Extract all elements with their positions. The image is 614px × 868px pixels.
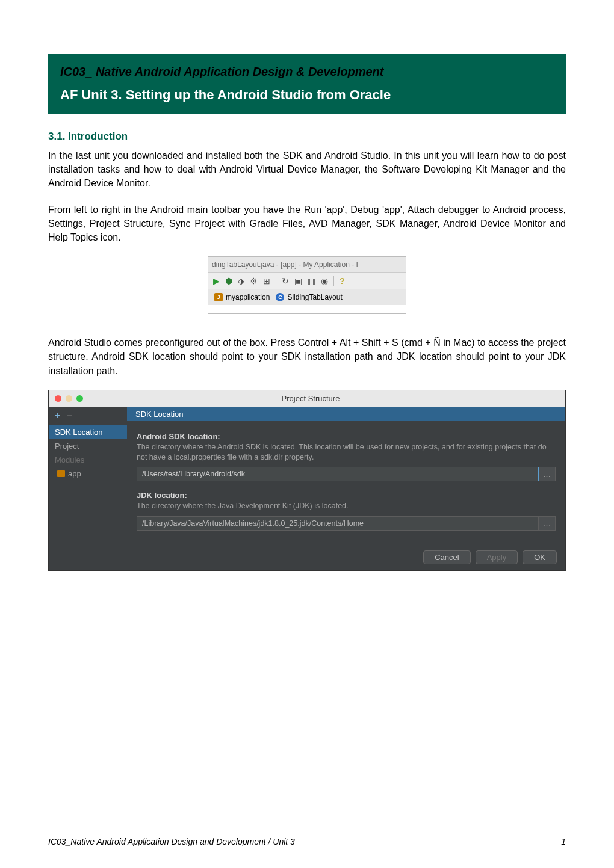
run-icon[interactable]: ▶ <box>213 276 220 286</box>
sidebar: + − SDK Location Project Modules app <box>49 407 127 571</box>
debug-icon[interactable]: ⬢ <box>225 276 232 286</box>
sidebar-toolbar: + − <box>49 407 127 425</box>
apply-button[interactable]: Apply <box>476 550 518 564</box>
sdk-manager-icon[interactable]: ▥ <box>308 276 315 286</box>
tab-label: SlidingTabLayout <box>287 293 342 301</box>
sidebar-item-modules: Modules <box>49 453 127 467</box>
editor-tabs: J myapplication C SlidingTabLayout <box>208 289 406 305</box>
dialog-footer: Cancel Apply OK <box>127 544 565 570</box>
window-traffic-lights <box>49 395 89 402</box>
attach-debugger-icon[interactable]: ⬗ <box>238 276 244 286</box>
paragraph-intro-1: In the last unit you downloaded and inst… <box>48 149 566 191</box>
maximize-window-icon[interactable] <box>76 395 83 402</box>
class-file-icon: C <box>276 293 284 301</box>
sdk-location-description: The directory where the Android SDK is l… <box>137 442 556 463</box>
settings-icon[interactable]: ⚙ <box>250 276 258 286</box>
toolbar-icon-row: ▶ ⬢ ⬗ ⚙ ⊞ ↻ ▣ ▥ ◉ ? <box>208 273 406 289</box>
document-header: IC03_ Native Android Application Design … <box>48 54 566 114</box>
device-monitor-icon[interactable]: ◉ <box>321 276 328 286</box>
sidebar-item-sdk-location[interactable]: SDK Location <box>49 425 127 439</box>
help-icon[interactable]: ? <box>340 276 345 286</box>
toolbar-screenshot: dingTabLayout.java - [app] - My Applicat… <box>48 256 566 314</box>
avd-manager-icon[interactable]: ▣ <box>294 276 302 286</box>
sidebar-item-project[interactable]: Project <box>49 439 127 453</box>
tab-sliding-tab-layout[interactable]: C SlidingTabLayout <box>276 293 342 301</box>
jdk-location-description: The directory where the Java Development… <box>137 501 556 511</box>
tab-myapplication[interactable]: J myapplication <box>214 293 270 301</box>
tab-label: myapplication <box>226 293 270 301</box>
cancel-button[interactable]: Cancel <box>423 550 470 564</box>
add-icon[interactable]: + <box>55 410 60 421</box>
java-file-icon: J <box>214 293 223 301</box>
section-heading: 3.1. Introduction <box>48 131 566 143</box>
sdk-location-input[interactable]: /Users/test/Library/Android/sdk <box>137 467 539 481</box>
dialog-title: Project Structure <box>89 394 565 403</box>
header-subtitle: AF Unit 3. Setting up the Android Studio… <box>60 87 554 103</box>
main-panel: SDK Location Android SDK location: The d… <box>127 407 565 571</box>
paragraph-intro-3: Android Studio comes preconfigured out o… <box>48 336 566 378</box>
close-window-icon[interactable] <box>55 395 61 402</box>
sidebar-item-app[interactable]: app <box>49 467 127 481</box>
project-structure-screenshot: Project Structure + − SDK Location Proje… <box>48 390 566 571</box>
ok-button[interactable]: OK <box>523 550 557 564</box>
browse-button[interactable]: … <box>539 516 556 531</box>
separator <box>333 276 334 286</box>
main-panel-header: SDK Location <box>127 407 565 421</box>
browse-button[interactable]: … <box>539 467 556 481</box>
jdk-location-input[interactable]: /Library/Java/JavaVirtualMachines/jdk1.8… <box>137 516 539 531</box>
sync-gradle-icon[interactable]: ↻ <box>282 276 289 286</box>
remove-icon[interactable]: − <box>66 410 73 422</box>
dialog-titlebar: Project Structure <box>49 390 565 407</box>
minimize-window-icon[interactable] <box>66 395 72 402</box>
project-structure-icon[interactable]: ⊞ <box>263 276 270 286</box>
jdk-location-label: JDK location: <box>137 491 556 500</box>
folder-icon <box>57 470 65 477</box>
sidebar-item-label: app <box>68 469 81 478</box>
toolbar-window-title: dingTabLayout.java - [app] - My Applicat… <box>208 257 406 273</box>
separator <box>276 276 276 286</box>
header-title: IC03_ Native Android Application Design … <box>60 65 554 79</box>
sdk-location-label: Android SDK location: <box>137 432 556 441</box>
paragraph-intro-2: From left to right in the Android main t… <box>48 203 566 245</box>
